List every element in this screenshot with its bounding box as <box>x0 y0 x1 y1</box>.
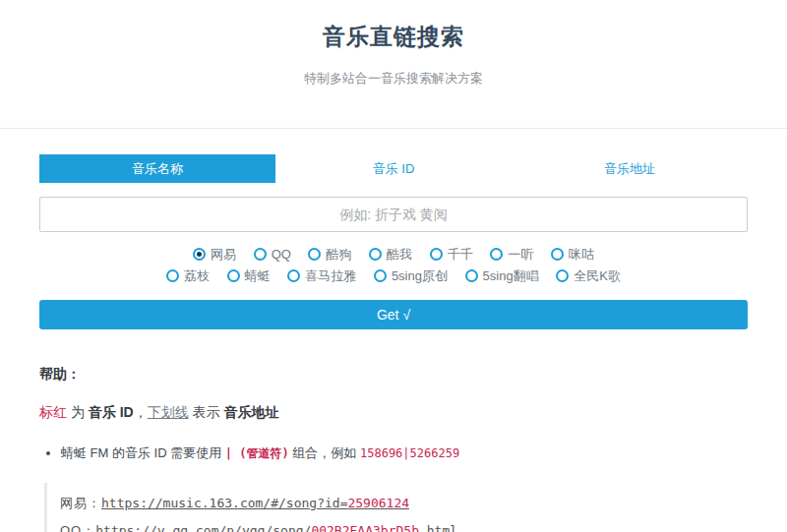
radio-icon <box>254 248 267 261</box>
radio-icon <box>227 269 240 282</box>
pipe-symbol-code: | (管道符) <box>225 446 289 460</box>
radio-label: QQ <box>272 247 291 262</box>
note-text: 蜻蜓 FM 的音乐 ID 需要使用 <box>61 445 225 460</box>
example-url[interactable]: https://music.163.com/#/song?id=25906124 <box>101 496 409 510</box>
url-base: https://music.163.com/#/song?id= <box>101 496 347 510</box>
legend-underline-term: 下划线 <box>148 404 189 420</box>
legend-music-id: 音乐 ID <box>89 404 134 420</box>
radio-label: 喜马拉雅 <box>305 268 356 283</box>
source-radio-lizhi[interactable]: 荔枝 <box>166 266 210 287</box>
radio-label: 全民K歌 <box>574 268 621 283</box>
tab-music-name[interactable]: 音乐名称 <box>39 154 275 183</box>
source-radio-5sing-original[interactable]: 5sing原创 <box>374 266 448 287</box>
radio-selected-icon <box>193 248 206 261</box>
radio-label: 蜻蜓 <box>245 268 271 283</box>
example-id-code: 158696|5266259 <box>360 446 459 460</box>
site-label: 网易： <box>60 496 101 510</box>
source-radio-qianqian[interactable]: 千千 <box>430 244 473 266</box>
help-note-qingting: 蜻蜓 FM 的音乐 ID 需要使用 | (管道符) 组合，例如 158696|5… <box>61 443 748 463</box>
legend-text: 表示 <box>189 404 224 420</box>
radio-icon <box>556 269 569 282</box>
radio-label: 一听 <box>508 247 533 262</box>
help-heading: 帮助： <box>39 366 748 384</box>
url-id: 25906124 <box>347 496 409 510</box>
radio-label: 网易 <box>211 247 236 262</box>
note-text: 组合，例如 <box>289 445 360 460</box>
source-radio-migu[interactable]: 咪咕 <box>551 244 594 266</box>
radio-icon <box>490 248 503 261</box>
legend-red-term: 标红 <box>39 404 67 420</box>
example-url[interactable]: https://y.qq.com/n/yqq/song/002B2EAA3brD… <box>95 523 457 532</box>
source-radio-kuwo[interactable]: 酷我 <box>369 244 412 266</box>
url-base: https://y.qq.com/n/yqq/song/ <box>95 523 311 532</box>
source-row-1: 网易 QQ 酷狗 酷我 千千 一听 咪咕 <box>39 244 748 266</box>
example-row-qq: QQ：https://y.qq.com/n/yqq/song/002B2EAA3… <box>60 516 748 532</box>
radio-label: 咪咕 <box>569 247 594 262</box>
radio-label: 酷我 <box>387 247 412 262</box>
radio-icon <box>287 269 300 282</box>
source-radio-quanmin-k[interactable]: 全民K歌 <box>556 266 621 287</box>
legend-text: ， <box>134 404 148 420</box>
help-legend: 标红 为 音乐 ID，下划线 表示 音乐地址 <box>39 404 748 422</box>
radio-label: 千千 <box>448 247 473 262</box>
radio-label: 5sing翻唱 <box>483 268 539 283</box>
source-radio-5sing-cover[interactable]: 5sing翻唱 <box>465 266 539 287</box>
tab-bar: 音乐名称 音乐 ID 音乐地址 <box>39 154 748 183</box>
radio-icon <box>369 248 382 261</box>
legend-text: 为 <box>67 404 89 420</box>
radio-label: 荔枝 <box>184 268 210 283</box>
radio-label: 酷狗 <box>326 247 351 262</box>
radio-label: 5sing原创 <box>392 268 448 283</box>
url-id: 002B2EAA3brD5b <box>311 523 419 532</box>
radio-icon <box>308 248 321 261</box>
site-label: QQ： <box>60 523 95 532</box>
help-section: 帮助： 标红 为 音乐 ID，下划线 表示 音乐地址 蜻蜓 FM 的音乐 ID … <box>39 366 748 532</box>
source-radio-kugou[interactable]: 酷狗 <box>308 244 351 266</box>
radio-icon <box>166 269 179 282</box>
example-url-list: 网易：https://music.163.com/#/song?id=25906… <box>44 483 748 532</box>
url-suffix: .html <box>419 523 457 532</box>
get-button[interactable]: Get √ <box>39 300 748 329</box>
main-content: 音乐名称 音乐 ID 音乐地址 网易 QQ 酷狗 酷我 千千 一听 咪咕 荔枝 … <box>39 154 748 532</box>
radio-icon <box>551 248 564 261</box>
header-divider <box>0 128 787 129</box>
source-radio-qingting[interactable]: 蜻蜓 <box>227 266 271 287</box>
page-title: 音乐直链搜索 <box>0 22 787 52</box>
source-picker: 网易 QQ 酷狗 酷我 千千 一听 咪咕 荔枝 蜻蜓 喜马拉雅 5sing原创 … <box>39 244 748 287</box>
source-radio-netease[interactable]: 网易 <box>193 244 236 266</box>
legend-music-url: 音乐地址 <box>223 404 278 420</box>
help-notes: 蜻蜓 FM 的音乐 ID 需要使用 | (管道符) 组合，例如 158696|5… <box>39 443 748 463</box>
page-subtitle: 特制多站合一音乐搜索解决方案 <box>0 70 787 88</box>
source-radio-qq[interactable]: QQ <box>254 244 291 266</box>
source-row-2: 荔枝 蜻蜓 喜马拉雅 5sing原创 5sing翻唱 全民K歌 <box>39 266 748 287</box>
source-radio-yiting[interactable]: 一听 <box>490 244 533 266</box>
tab-music-id[interactable]: 音乐 ID <box>275 154 512 183</box>
example-row-netease: 网易：https://music.163.com/#/song?id=25906… <box>60 489 748 516</box>
source-radio-ximalaya[interactable]: 喜马拉雅 <box>287 266 356 287</box>
radio-icon <box>465 269 478 282</box>
radio-icon <box>430 248 443 261</box>
tab-music-url[interactable]: 音乐地址 <box>512 154 748 183</box>
search-input[interactable] <box>39 197 748 232</box>
radio-icon <box>374 269 387 282</box>
